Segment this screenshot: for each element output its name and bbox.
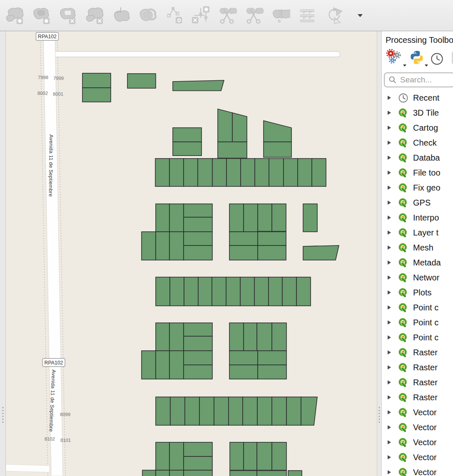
parcel-polygon[interactable]: [264, 121, 291, 142]
parcel-polygon[interactable]: [229, 397, 243, 425]
parcel-polygon[interactable]: [241, 159, 255, 186]
parcel-polygon[interactable]: [142, 470, 156, 476]
toolbox-group[interactable]: Metada: [382, 255, 453, 270]
parcel-polygon[interactable]: [258, 232, 286, 245]
parcel-polygon[interactable]: [272, 204, 286, 231]
toolbox-group[interactable]: Raster: [382, 375, 453, 390]
parcel-polygon[interactable]: [229, 245, 258, 260]
map-canvas[interactable]: RPA102RPA102Avenida 11 de SeptiembreAven…: [6, 31, 377, 476]
parcel-polygon[interactable]: [185, 397, 199, 425]
parcel-polygon[interactable]: [127, 74, 156, 88]
parcel-polygon[interactable]: [212, 159, 226, 186]
parcel-polygon[interactable]: [184, 159, 198, 186]
parcel-polygon[interactable]: [184, 232, 212, 245]
clipped-tool-icon[interactable]: [449, 50, 453, 67]
toolbox-group[interactable]: Interpo: [382, 210, 453, 225]
parcel-polygon[interactable]: [82, 73, 111, 88]
expander-triangle-icon[interactable]: [388, 305, 391, 310]
toolbox-group[interactable]: Cartog: [382, 120, 453, 135]
parcel-polygon[interactable]: [142, 232, 156, 260]
add-part-icon[interactable]: [5, 6, 24, 25]
expander-triangle-icon[interactable]: [388, 111, 391, 115]
parcel-polygon[interactable]: [229, 204, 244, 232]
parcel-polygon[interactable]: [82, 88, 111, 102]
merge-features-icon[interactable]: [271, 6, 290, 25]
expander-triangle-icon[interactable]: [388, 260, 391, 265]
parcel-polygon[interactable]: [254, 277, 269, 306]
toolbox-group[interactable]: Layer t: [382, 225, 453, 240]
parcel-polygon[interactable]: [257, 442, 272, 470]
history-clock-icon[interactable]: [431, 52, 443, 67]
reshape-features-icon[interactable]: [111, 6, 130, 25]
toolbar-dropdown-caret-icon[interactable]: [358, 14, 363, 17]
parcel-polygon[interactable]: [272, 323, 286, 351]
parcel-polygon[interactable]: [156, 323, 169, 351]
parcel-polygon[interactable]: [296, 277, 311, 306]
parcel-polygon[interactable]: [169, 159, 184, 186]
parcel-polygon[interactable]: [312, 159, 326, 186]
parcel-polygon[interactable]: [156, 442, 169, 470]
parcel-polygon[interactable]: [169, 323, 184, 351]
parcel-polygon[interactable]: [226, 159, 241, 186]
expander-triangle-icon[interactable]: [388, 395, 391, 399]
toolbox-group[interactable]: Vector: [382, 405, 453, 420]
parcel-polygon[interactable]: [184, 365, 212, 379]
parcel-polygon[interactable]: [199, 397, 214, 425]
parcel-polygon[interactable]: [169, 351, 184, 379]
fill-ring-icon[interactable]: [31, 6, 50, 25]
parcel-polygon[interactable]: [214, 397, 229, 425]
parcel-polygon[interactable]: [156, 351, 169, 379]
parcel-polygon[interactable]: [240, 277, 254, 306]
parcel-polygon[interactable]: [184, 204, 212, 217]
toolbox-group[interactable]: Point c: [382, 315, 453, 330]
parcel-polygon[interactable]: [284, 159, 298, 186]
vertex-tool-icon[interactable]: [164, 6, 184, 25]
split-features-icon[interactable]: [218, 6, 237, 25]
toolbox-group[interactable]: File too: [382, 165, 453, 180]
parcel-polygon[interactable]: [258, 351, 286, 365]
parcel-polygon[interactable]: [257, 397, 272, 425]
parcel-polygon[interactable]: [173, 128, 202, 142]
expander-triangle-icon[interactable]: [388, 320, 391, 325]
parcel-polygon[interactable]: [282, 277, 296, 306]
parcel-polygon[interactable]: [229, 365, 258, 379]
parcel-polygon[interactable]: [156, 470, 169, 476]
parcel-polygon[interactable]: [286, 397, 301, 425]
toolbox-group[interactable]: 3D Tile: [382, 105, 453, 120]
merge-attributes-icon[interactable]: [298, 6, 317, 25]
panel-splitter[interactable]: [377, 31, 382, 476]
parcel-polygon[interactable]: [303, 204, 317, 232]
delete-part-icon[interactable]: [85, 6, 104, 25]
parcel-polygon[interactable]: [184, 245, 212, 260]
expander-triangle-icon[interactable]: [388, 141, 391, 145]
expander-triangle-icon[interactable]: [388, 96, 391, 100]
parcel-polygon[interactable]: [229, 323, 244, 351]
parcel-polygon[interactable]: [244, 204, 258, 232]
left-splitter[interactable]: [0, 31, 6, 476]
parcel-polygon[interactable]: [156, 204, 169, 232]
parcel-polygon[interactable]: [218, 109, 232, 142]
expander-triangle-icon[interactable]: [388, 440, 391, 444]
expander-triangle-icon[interactable]: [388, 365, 391, 369]
parcel-polygon[interactable]: [156, 232, 169, 260]
parcel-polygon[interactable]: [170, 397, 185, 425]
trim-extend-icon[interactable]: [191, 6, 210, 25]
parcel-polygon[interactable]: [170, 277, 184, 306]
parcel-polygon[interactable]: [255, 159, 269, 186]
toolbox-group[interactable]: Fix geo: [382, 180, 453, 195]
expander-triangle-icon[interactable]: [388, 350, 391, 355]
expander-triangle-icon[interactable]: [388, 156, 391, 160]
parcel-polygon[interactable]: [244, 323, 257, 351]
toolbox-group[interactable]: Vector: [382, 465, 453, 476]
parcel-polygon[interactable]: [169, 232, 184, 260]
parcel-polygon[interactable]: [184, 323, 212, 336]
expander-triangle-icon[interactable]: [388, 245, 391, 250]
parcel-polygon[interactable]: [243, 397, 257, 425]
expander-triangle-icon[interactable]: [388, 380, 391, 384]
parcel-polygon[interactable]: [230, 471, 257, 476]
parcel-polygon[interactable]: [156, 277, 170, 306]
toolbox-group[interactable]: GPS: [382, 195, 453, 210]
parcel-polygon[interactable]: [212, 277, 226, 306]
parcel-polygon[interactable]: [258, 245, 286, 260]
parcel-polygon[interactable]: [258, 204, 272, 231]
